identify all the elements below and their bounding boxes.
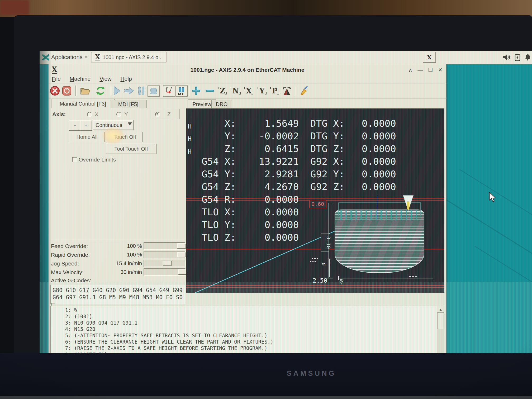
feed-override-slider[interactable] [144,242,186,250]
scrollbar-up-arrow[interactable]: ▲ [437,306,444,313]
radio-axis-y[interactable] [116,112,121,117]
slider-handle[interactable] [177,252,186,257]
notebook-edge [50,108,51,108]
notification-bell-icon[interactable] [525,54,531,61]
taskbar-window-label: 1001.ngc - AXIS 2.9.4 o... [103,54,163,60]
dro-homed-flags: H H H [188,120,192,158]
toolbar: / M1 [49,84,446,98]
applications-label: Applications [51,54,83,61]
touch-off-button[interactable]: Touch Off [107,132,143,142]
listing-scrollbar[interactable]: ▲ [437,306,444,353]
override-limits-checkbox[interactable] [72,157,77,162]
radio-axis-y-label: Y [124,111,128,117]
view-side-button[interactable]: X [244,86,254,96]
pause-icon [137,86,145,96]
feed-override-label: Feed Override: [51,243,88,249]
view-front-button[interactable]: Y [257,86,267,96]
menu-help[interactable]: Help [120,76,132,83]
system-tray: X [423,51,532,64]
jog-mode-dropdown[interactable]: Continuous [93,120,134,130]
tab-mdi-label: MDI [F5] [118,101,139,107]
step-line-button[interactable] [124,86,134,96]
machine-power-button[interactable] [61,86,72,96]
mouse-cursor [488,192,497,202]
volume-icon[interactable] [502,54,510,61]
view-n-label: N [232,87,239,95]
menu-view[interactable]: View [99,76,111,83]
axis-label: Axis: [52,111,66,117]
optional-stop-label: M1 [178,92,184,96]
titlebar[interactable]: X 1001.ngc - AXIS 2.9.4 on EtherCAT Mach… [49,64,446,76]
zoom-out-button[interactable] [205,86,215,96]
step-arrow-icon [124,86,134,95]
run-icon [112,86,121,96]
sash-handle[interactable] [51,303,55,306]
stop-program-button[interactable] [148,86,160,97]
radio-axis-x[interactable] [87,112,92,117]
tab-mdi[interactable]: MDI [F5] [110,100,147,108]
max-velocity-slider[interactable] [144,268,186,276]
jog-plus-button[interactable]: + [80,120,92,131]
applications-menu[interactable]: Applications ≡ [40,51,89,64]
wood-shelf [0,0,532,17]
rapid-override-value: 100 % [97,252,142,258]
shade-button[interactable]: ∧ [408,67,412,73]
zoom-in-button[interactable] [191,86,201,96]
tick-zero-label: 0 [321,263,326,266]
taskbar-slot-divider [413,52,413,63]
rapid-override-slider[interactable] [144,251,186,258]
radio-axis-z-label: Z [167,111,171,117]
slider-handle[interactable] [177,243,186,249]
divider [49,240,184,241]
desktop-env-x-icon [42,54,49,61]
clear-plot-button[interactable] [300,86,310,96]
optional-stop-toggle[interactable]: M1 [175,86,188,97]
open-file-button[interactable] [80,86,91,96]
slider-handle[interactable] [163,261,172,266]
max-velocity-label: Max Velocity: [51,269,84,276]
preview-canvas[interactable]: 0.60 3.10 0 -2.50 [186,108,444,293]
reload-file-button[interactable] [95,86,106,96]
taskbar-window-button[interactable]: X 1001.ngc - AXIS 2.9.4 o... [91,52,167,63]
wood-corner [0,0,29,15]
rotate-view-button[interactable] [282,86,292,96]
menubar: File Machine View Help [49,76,449,83]
tab-manual-control[interactable]: Manual Control [F3] [51,99,115,108]
toolbar-separator [75,86,77,96]
tool-touch-off-button[interactable]: Tool Touch Off [106,144,156,154]
skip-lines-toggle[interactable]: / [163,86,175,97]
gcode-listing-text: 1: % 2: (1001) 3: N10 G90 G94 G17 G91.1 … [51,306,437,353]
menu-machine[interactable]: Machine [70,76,91,83]
maximize-button[interactable]: ☐ [428,67,433,73]
gcode-listing[interactable]: 1: % 2: (1001) 3: N10 G90 G94 G17 G91.1 … [50,306,437,353]
view-perspective-button[interactable]: P [269,86,280,96]
radio-axis-z[interactable] [155,112,160,117]
tab-dro[interactable]: DRO [211,100,232,108]
jog-minus-button[interactable]: - [69,120,81,131]
close-button[interactable]: ✕ [438,67,443,73]
run-program-button[interactable] [112,86,122,96]
estop-button[interactable] [50,86,60,96]
view-top-button[interactable]: Z [217,86,228,96]
feed-override-value: 100 % [97,243,142,249]
skip-lines-icon: / [165,87,173,95]
jog-speed-slider[interactable] [144,260,186,267]
menu-file[interactable]: File [52,76,61,83]
battery-icon[interactable] [515,54,520,61]
axis-x-logo-icon: X [95,54,100,60]
tray-x-button[interactable]: X [423,52,436,63]
taskbar-grip-icon: ≡ [85,55,87,60]
estop-icon [50,86,60,96]
pause-program-button[interactable] [136,86,146,96]
slider-handle[interactable] [178,269,187,275]
home-all-button[interactable]: Home All [69,132,105,142]
wallpaper-line [474,246,532,300]
minimize-button[interactable]: — [417,67,423,73]
view-rotated-top-button[interactable]: N [230,86,241,96]
scrollbar-thumb[interactable] [438,313,444,329]
dim-bottom-label: -2.50 [309,277,327,284]
rapid-override-label: Rapid Override: [51,252,90,258]
override-limits-label: Override Limits [79,156,116,163]
monitor-stand [0,396,532,399]
zoom-in-icon [192,86,201,95]
